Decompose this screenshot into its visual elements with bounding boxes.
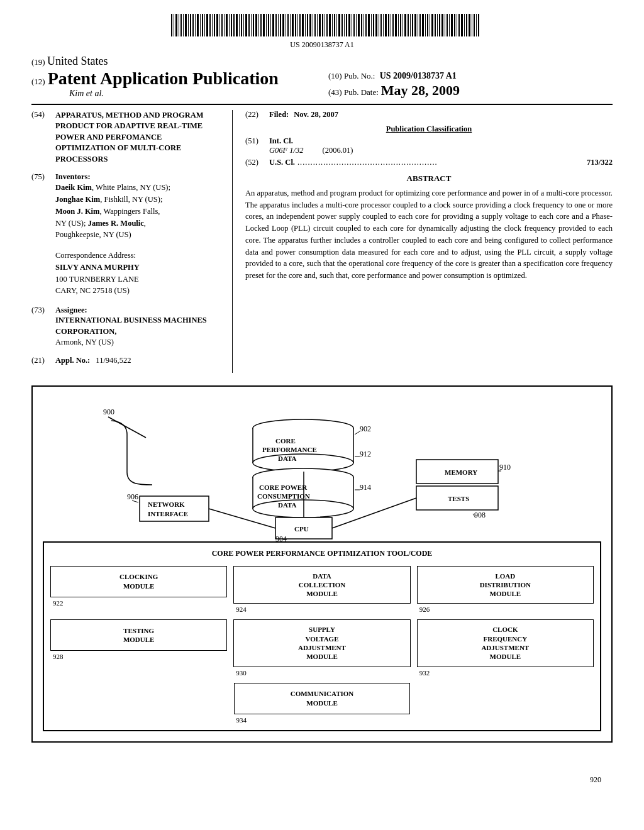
svg-rect-113 <box>445 14 445 36</box>
svg-rect-47 <box>282 14 284 36</box>
pub-no-row: (10) Pub. No.: US 2009/0138737 A1 <box>328 71 613 81</box>
assignee-content: Assignee: INTERNATIONAL BUSINESS MACHINE… <box>55 306 219 348</box>
svg-rect-12 <box>197 14 199 36</box>
svg-rect-100 <box>412 14 413 36</box>
svg-rect-101 <box>414 14 416 36</box>
svg-rect-68 <box>334 14 335 36</box>
svg-text:INTERFACE: INTERFACE <box>148 510 188 517</box>
svg-rect-7 <box>185 14 187 36</box>
header-left: (19) United States (12) Patent Applicati… <box>31 55 316 99</box>
filed-field: (22) Filed: Nov. 28, 2007 <box>245 110 613 119</box>
corr-addr2: CARY, NC 27518 (US) <box>55 285 219 297</box>
tool-title: CORE POWER PERFORMANCE OPTIMIZATION TOOL… <box>50 549 594 558</box>
svg-rect-107 <box>430 14 430 36</box>
clock-freq-module: CLOCKFREQUENCYADJUSTMENTMODULE <box>417 619 594 667</box>
int-cl-class: G06F 1/32 <box>269 146 304 155</box>
load-dist-module: LOADDISTRIBUTIONMODULE <box>417 566 594 604</box>
svg-rect-41 <box>268 14 269 36</box>
left-column: (54) APPARATUS, METHOD AND PROGRAM PRODU… <box>31 110 233 373</box>
svg-rect-102 <box>418 14 418 36</box>
module-row-1: CLOCKINGMODULE 922 DATACOLLECTIONMODULE … <box>50 566 594 614</box>
country-label: (19) United States <box>31 55 316 68</box>
corr-addr1: 100 TURNBERRY LANE <box>55 274 219 285</box>
svg-rect-87 <box>380 14 382 36</box>
title-num: (54) <box>31 110 55 165</box>
svg-rect-11 <box>195 14 196 36</box>
abstract-title: ABSTRACT <box>245 174 613 184</box>
right-column: (22) Filed: Nov. 28, 2007 Publication Cl… <box>233 110 613 373</box>
svg-text:CORE POWER: CORE POWER <box>259 484 308 491</box>
svg-rect-162 <box>140 496 209 521</box>
clocking-module-wrap: CLOCKINGMODULE 922 <box>50 566 227 614</box>
svg-rect-39 <box>263 14 265 36</box>
svg-rect-40 <box>266 14 267 36</box>
svg-rect-103 <box>419 14 421 36</box>
svg-rect-99 <box>410 14 411 36</box>
svg-rect-44 <box>275 14 277 36</box>
svg-rect-117 <box>454 14 455 36</box>
svg-text:906: 906 <box>127 492 138 501</box>
comm-module: COMMUNICATIONMODULE <box>234 683 411 714</box>
svg-rect-72 <box>344 14 345 36</box>
diagram-area: 900 CORE PERFORMANCE DATA 902 CORE <box>31 385 613 743</box>
svg-rect-60 <box>314 14 316 36</box>
filed-label: Filed: <box>269 110 289 119</box>
int-cl-num: (51) <box>245 136 269 155</box>
inventors-label: Inventors: <box>55 172 91 181</box>
svg-rect-53 <box>297 14 298 36</box>
svg-rect-124 <box>472 14 472 36</box>
svg-rect-78 <box>358 14 360 36</box>
svg-text:DATA: DATA <box>278 455 297 462</box>
label-932: 932 <box>417 669 594 677</box>
svg-rect-6 <box>183 14 184 36</box>
svg-text:912: 912 <box>360 450 371 458</box>
svg-rect-17 <box>209 14 211 36</box>
svg-rect-110 <box>437 14 438 36</box>
svg-rect-49 <box>287 14 289 36</box>
inventors-num: (75) <box>31 172 55 241</box>
svg-rect-4 <box>179 14 179 36</box>
svg-rect-123 <box>469 14 470 36</box>
clocking-module: CLOCKINGMODULE <box>50 566 227 597</box>
appl-num: (21) <box>31 356 55 365</box>
svg-rect-92 <box>392 14 394 36</box>
testing-module: TESTINGMODULE <box>50 619 227 651</box>
svg-text:MEMORY: MEMORY <box>445 468 477 476</box>
svg-rect-10 <box>192 14 194 36</box>
svg-rect-94 <box>398 14 399 36</box>
int-cl-label: Int. Cl. <box>269 136 353 146</box>
svg-rect-31 <box>243 14 244 36</box>
pub-no-label: (10) Pub. No.: <box>328 71 375 80</box>
svg-rect-23 <box>224 14 225 36</box>
us-cl-dots: ........................................… <box>297 158 584 167</box>
svg-rect-37 <box>258 14 259 36</box>
svg-rect-50 <box>290 14 291 36</box>
inventor-3: Moon J. Kim <box>55 207 99 216</box>
assignee-label: Assignee: <box>55 306 87 314</box>
svg-rect-121 <box>464 14 465 36</box>
svg-rect-21 <box>219 14 220 36</box>
svg-rect-20 <box>216 14 218 36</box>
svg-text:910: 910 <box>499 463 511 472</box>
svg-rect-106 <box>427 14 428 36</box>
svg-rect-22 <box>221 14 223 36</box>
svg-text:902: 902 <box>360 424 371 433</box>
int-cl-content: Int. Cl. G06F 1/32 (2006.01) <box>269 136 353 155</box>
svg-rect-61 <box>317 14 318 36</box>
module-row-3: COMMUNICATIONMODULE 934 <box>50 683 594 724</box>
svg-rect-89 <box>385 14 387 36</box>
svg-text:PERFORMANCE: PERFORMANCE <box>262 446 317 453</box>
svg-rect-97 <box>404 14 406 36</box>
svg-rect-55 <box>302 14 304 36</box>
svg-rect-109 <box>435 14 436 36</box>
svg-rect-119 <box>458 14 460 36</box>
svg-rect-54 <box>299 14 301 36</box>
svg-rect-34 <box>251 14 252 36</box>
label-930: 930 <box>233 669 410 677</box>
svg-rect-77 <box>356 14 357 36</box>
label-928: 928 <box>50 653 227 660</box>
pub-date-value: May 28, 2009 <box>381 82 460 99</box>
supply-voltage-module: SUPPLYVOLTAGEADJUSTMENTMODULE <box>233 619 410 667</box>
filed-num: (22) <box>245 110 269 119</box>
correspondence-block: Correspondence Address: SILVY ANNA MURPH… <box>55 250 219 297</box>
